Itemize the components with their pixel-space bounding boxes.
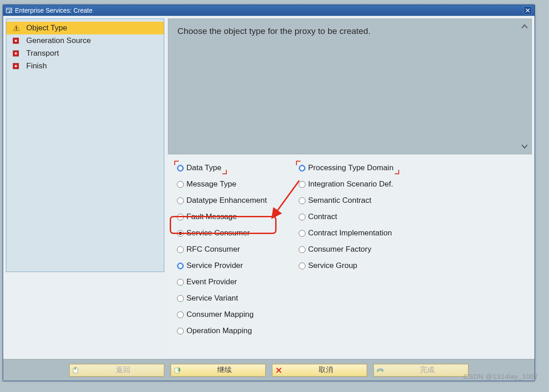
radio-service-consumer[interactable]: Service Consumer [177, 228, 267, 239]
radio-contract-implementation[interactable]: Contract Implementation [299, 228, 394, 239]
radio-event-provider[interactable]: Event Provider [177, 277, 267, 287]
cancel-icon [272, 367, 285, 373]
radio-label: Consumer Mapping [186, 310, 253, 319]
radio-icon [299, 246, 306, 253]
radio-icon [177, 246, 184, 253]
back-label: 返回 [82, 365, 164, 375]
radio-integration-scenario-def-[interactable]: Integration Scenario Def. [299, 179, 394, 190]
radio-label: Fault Message [186, 212, 237, 221]
radio-icon [299, 181, 306, 188]
radio-processing-type-domain[interactable]: Processing Type Domain [299, 163, 394, 173]
radio-icon [177, 279, 184, 286]
radio-contract[interactable]: Contract [299, 211, 394, 222]
window-icon [6, 7, 12, 14]
focus-corner-icon [222, 170, 227, 174]
radio-icon [177, 263, 184, 269]
radio-icon [177, 311, 184, 318]
radio-semantic-contract[interactable]: Semantic Contract [299, 195, 394, 206]
radio-icon [177, 214, 184, 220]
radio-label: Service Consumer [186, 229, 250, 238]
svg-rect-7 [15, 53, 17, 54]
svg-rect-3 [16, 29, 17, 30]
options-column-right: Processing Type DomainIntegration Scenar… [299, 163, 394, 348]
radio-fault-message[interactable]: Fault Message [177, 211, 267, 222]
radio-icon [177, 230, 184, 237]
finish-button[interactable]: 完成 [373, 364, 468, 377]
radio-icon [299, 263, 306, 269]
back-icon [70, 367, 82, 374]
step-pending-icon [13, 37, 20, 44]
radio-consumer-factory[interactable]: Consumer Factory [299, 244, 394, 255]
instruction-text: Choose the object type for the proxy to … [177, 26, 371, 36]
scrollbar[interactable] [519, 22, 530, 151]
wizard-step-label: Generation Source [26, 36, 91, 45]
svg-rect-9 [15, 65, 17, 67]
scroll-up-icon[interactable] [520, 22, 530, 32]
back-button[interactable]: 返回 [69, 364, 164, 377]
dialog-footer: 返回 继续 取消 完成 [3, 359, 535, 381]
radio-label: Contract Implementation [308, 229, 392, 238]
radio-service-variant[interactable]: Service Variant [177, 293, 267, 304]
radio-label: Processing Type Domain [308, 163, 394, 172]
radio-icon [177, 295, 184, 302]
wizard-step-label: Object Type [26, 24, 67, 33]
radio-service-group[interactable]: Service Group [299, 260, 394, 271]
wizard-steps-sidebar: Object TypeGeneration SourceTransportFin… [6, 19, 164, 272]
warning-icon [13, 24, 20, 32]
wizard-step-label: Transport [26, 49, 59, 58]
wizard-step-finish[interactable]: Finish [6, 60, 164, 72]
scroll-down-icon[interactable] [520, 141, 530, 151]
radio-label: Service Group [308, 261, 358, 270]
radio-operation-mapping[interactable]: Operation Mapping [177, 325, 267, 336]
radio-label: Data Type [186, 163, 221, 172]
finish-icon [374, 367, 387, 373]
radio-label: Semantic Contract [308, 196, 372, 205]
main-panel: Choose the object type for the proxy to … [168, 19, 532, 356]
continue-label: 继续 [184, 365, 265, 375]
svg-rect-11 [73, 368, 78, 373]
radio-label: Operation Mapping [186, 326, 252, 335]
radio-service-provider[interactable]: Service Provider [177, 260, 267, 271]
radio-label: Event Provider [186, 277, 237, 287]
radio-label: Service Variant [186, 294, 238, 303]
step-pending-icon [13, 62, 20, 70]
svg-rect-2 [16, 27, 17, 29]
cancel-button[interactable]: 取消 [272, 364, 367, 377]
dialog-body: Object TypeGeneration SourceTransportFin… [6, 19, 532, 356]
wizard-step-generation-source[interactable]: Generation Source [6, 34, 164, 47]
radio-icon [177, 328, 184, 335]
svg-point-13 [178, 368, 180, 369]
radio-message-type[interactable]: Message Type [177, 179, 267, 190]
radio-datatype-enhancement[interactable]: Datatype Enhancement [177, 195, 267, 206]
object-type-options: Data TypeMessage TypeDatatype Enhancemen… [168, 154, 532, 356]
close-button[interactable] [524, 6, 532, 14]
instruction-pane: Choose the object type for the proxy to … [168, 19, 532, 154]
titlebar: Enterprise Services: Create [3, 5, 535, 16]
radio-label: Message Type [186, 180, 236, 189]
wizard-step-object-type[interactable]: Object Type [6, 22, 164, 34]
continue-icon [171, 367, 184, 374]
radio-icon [177, 197, 184, 204]
radio-icon [299, 197, 306, 204]
wizard-step-transport[interactable]: Transport [6, 47, 164, 60]
options-column-left: Data TypeMessage TypeDatatype Enhancemen… [177, 163, 267, 348]
radio-label: Service Provider [186, 261, 243, 270]
cancel-label: 取消 [285, 365, 367, 375]
focus-corner-icon [296, 161, 301, 165]
radio-icon [299, 214, 306, 220]
radio-rfc-consumer[interactable]: RFC Consumer [177, 244, 267, 255]
close-icon [525, 8, 530, 13]
radio-icon [299, 230, 306, 237]
continue-button[interactable]: 继续 [171, 364, 266, 377]
finish-label: 完成 [387, 365, 468, 375]
wizard-step-label: Finish [26, 62, 47, 71]
svg-line-10 [273, 181, 299, 217]
radio-label: Contract [308, 212, 337, 221]
radio-consumer-mapping[interactable]: Consumer Mapping [177, 309, 267, 320]
window-title: Enterprise Services: Create [15, 7, 92, 14]
focus-corner-icon [174, 161, 179, 165]
radio-label: Integration Scenario Def. [308, 180, 393, 189]
dialog-window: Enterprise Services: Create Object TypeG… [3, 5, 535, 381]
radio-label: Consumer Factory [308, 245, 372, 254]
radio-icon [299, 165, 306, 172]
